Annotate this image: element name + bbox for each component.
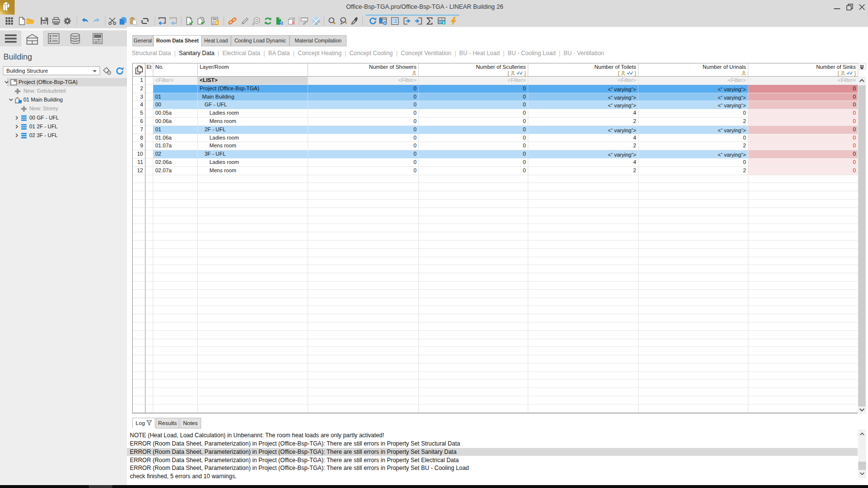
svg-text:1: 1 (256, 19, 258, 22)
